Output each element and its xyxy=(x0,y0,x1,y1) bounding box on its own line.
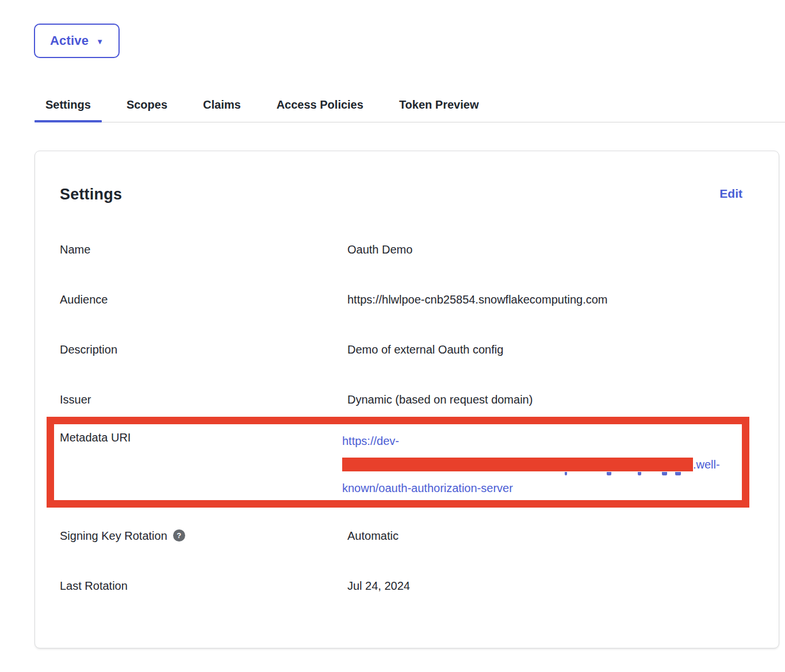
card-header: Settings Edit xyxy=(60,186,754,203)
tab-scopes-label: Scopes xyxy=(127,98,167,112)
edit-button[interactable]: Edit xyxy=(719,187,742,201)
description-label: Description xyxy=(60,343,347,356)
field-row-issuer: Issuer Dynamic (based on request domain) xyxy=(60,393,754,406)
issuer-value: Dynamic (based on request domain) xyxy=(347,393,533,406)
field-row-name: Name Oauth Demo xyxy=(60,243,754,256)
metadata-uri-line2-suffix: .well- xyxy=(693,458,720,471)
metadata-uri-link[interactable]: https://dev- .well- known/oauth-authoriz… xyxy=(342,429,720,500)
name-label: Name xyxy=(60,243,347,256)
chevron-down-icon: ▼ xyxy=(96,37,104,45)
field-row-last-rotation: Last Rotation Jul 24, 2024 xyxy=(60,579,754,593)
metadata-uri-line1: https://dev- xyxy=(342,429,720,453)
tab-settings[interactable]: Settings xyxy=(35,87,102,122)
tab-token-preview-label: Token Preview xyxy=(399,98,479,112)
tab-claims-label: Claims xyxy=(203,98,241,112)
last-rotation-value: Jul 24, 2024 xyxy=(347,579,410,593)
red-annotation-box: Metadata URI https://dev- .well- known/o… xyxy=(47,417,749,508)
card-title: Settings xyxy=(60,186,122,203)
field-row-metadata-uri: Metadata URI https://dev- .well- known/o… xyxy=(54,429,742,500)
signing-key-rotation-label: Signing Key Rotation ? xyxy=(60,529,347,543)
signing-key-rotation-value: Automatic xyxy=(347,529,399,543)
name-value: Oauth Demo xyxy=(347,243,412,256)
redaction-bar xyxy=(342,459,693,471)
status-dropdown-label: Active xyxy=(50,33,89,48)
metadata-uri-line2: .well- xyxy=(342,453,720,477)
audience-label: Audience xyxy=(60,293,347,306)
settings-card: Settings Edit Name Oauth Demo Audience h… xyxy=(35,151,779,648)
issuer-label: Issuer xyxy=(60,393,347,406)
signing-key-rotation-label-text: Signing Key Rotation xyxy=(60,529,167,543)
metadata-uri-line3: known/oauth-authorization-server xyxy=(342,477,720,500)
tab-token-preview[interactable]: Token Preview xyxy=(388,87,490,122)
metadata-uri-label: Metadata URI xyxy=(60,429,342,500)
audience-value: https://hlwlpoe-cnb25854.snowflakecomput… xyxy=(347,293,607,306)
field-row-description: Description Demo of external Oauth confi… xyxy=(60,343,754,356)
field-row-audience: Audience https://hlwlpoe-cnb25854.snowfl… xyxy=(60,293,754,306)
tab-access-policies[interactable]: Access Policies xyxy=(266,87,374,122)
tab-access-policies-label: Access Policies xyxy=(277,98,363,112)
tab-bar: Settings Scopes Claims Access Policies T… xyxy=(35,87,785,122)
last-rotation-label: Last Rotation xyxy=(60,579,347,593)
tab-scopes[interactable]: Scopes xyxy=(116,87,178,122)
help-icon[interactable]: ? xyxy=(173,529,185,542)
status-dropdown-button[interactable]: Active ▼ xyxy=(34,24,120,58)
field-row-signing-key-rotation: Signing Key Rotation ? Automatic xyxy=(60,529,754,543)
tab-claims[interactable]: Claims xyxy=(192,87,252,122)
tab-settings-label: Settings xyxy=(45,98,91,112)
description-value: Demo of external Oauth config xyxy=(347,343,503,356)
